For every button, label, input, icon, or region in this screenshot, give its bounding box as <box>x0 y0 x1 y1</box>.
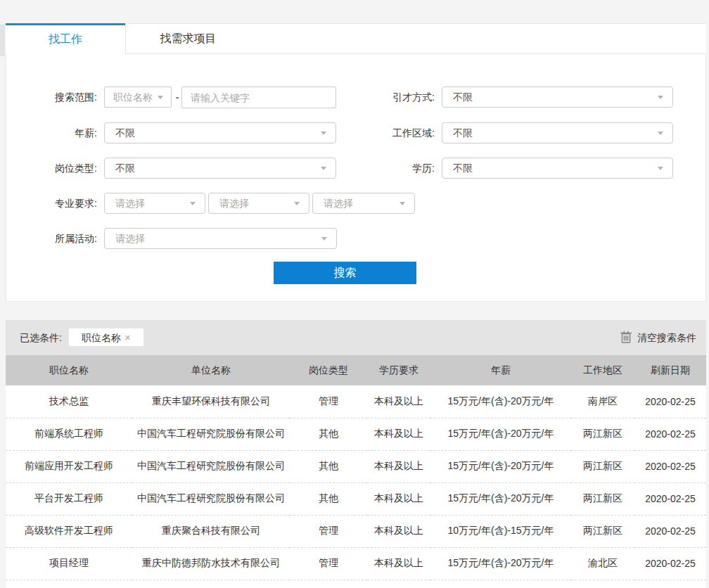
table-cell: 平台开发工程师 <box>6 482 132 515</box>
table-cell: 项目经理 <box>6 547 132 580</box>
chevron-down-icon <box>658 132 663 135</box>
table-header-cell: 刷新日期 <box>634 355 706 385</box>
table-cell: 重庆中防德邦防水技术有限公司 <box>132 547 290 580</box>
table-cell: 15万元/年(含)-20万元/年 <box>430 547 571 580</box>
major-select-2[interactable]: 请选择 <box>208 193 309 214</box>
table-row[interactable]: 项目经理重庆中防德邦防水技术有限公司管理本科及以上15万元/年(含)-20万元/… <box>6 547 706 580</box>
table-header-cell: 单位名称 <box>132 355 290 385</box>
talent-mode-label: 引才方式: <box>357 87 435 108</box>
table-cell: 2020-02-25 <box>634 450 706 482</box>
keyword-input[interactable] <box>181 87 336 108</box>
tab-find-project[interactable]: 找需求项目 <box>126 24 250 53</box>
filter-tag[interactable]: 职位名称× <box>69 328 143 346</box>
table-cell: 2020-02-25 <box>634 418 706 450</box>
post-type-label: 岗位类型: <box>20 158 97 179</box>
table-header-cell: 工作地区 <box>571 355 634 385</box>
table-cell: 2020-02-25 <box>634 547 706 580</box>
table-cell: 中国汽车工程研究院股份有限公司 <box>132 450 290 482</box>
chevron-down-icon <box>321 167 326 170</box>
table-cell: 南岸区 <box>571 385 634 418</box>
table-cell: 本科及以上 <box>367 482 430 515</box>
table-cell: 两江新区 <box>571 515 634 547</box>
results-table: 职位名称单位名称岗位类型学历要求年薪工作地区刷新日期 技术总监重庆丰望环保科技有… <box>6 355 706 580</box>
chevron-down-icon <box>321 237 327 241</box>
table-cell: 本科及以上 <box>367 385 430 418</box>
trash-icon <box>620 331 632 343</box>
table-cell: 两江新区 <box>571 450 634 482</box>
table-header-row: 职位名称单位名称岗位类型学历要求年薪工作地区刷新日期 <box>6 355 706 385</box>
major-select-1[interactable]: 请选择 <box>104 193 205 214</box>
table-cell: 高级软件开发工程师 <box>6 515 132 547</box>
table-cell: 管理 <box>290 547 367 580</box>
work-area-select[interactable]: 不限 <box>442 122 673 143</box>
separator-dash: - <box>173 87 181 108</box>
table-cell: 前端系统工程师 <box>6 418 132 450</box>
table-cell: 前端应用开发工程师 <box>6 450 132 482</box>
table-cell: 中国汽车工程研究院股份有限公司 <box>132 418 290 450</box>
tab-strip: 找需求项目 <box>125 23 706 54</box>
table-cell: 2020-02-25 <box>634 482 706 515</box>
post-type-select[interactable]: 不限 <box>104 158 336 179</box>
table-row[interactable]: 高级软件开发工程师重庆聚合科技有限公司管理本科及以上10万元/年(含)-15万元… <box>6 515 706 547</box>
selected-filters-label: 已选条件: <box>20 320 62 355</box>
results-table-wrap: 职位名称单位名称岗位类型学历要求年薪工作地区刷新日期 技术总监重庆丰望环保科技有… <box>6 355 706 588</box>
search-scope-label: 搜索范围: <box>20 87 97 108</box>
salary-label: 年薪: <box>20 122 97 143</box>
chevron-down-icon <box>294 202 300 205</box>
table-cell: 其他 <box>290 450 367 482</box>
page: 找需求项目 找工作 搜索范围: 职位名称 - 引才方式: 不限 年薪: 不限 工… <box>0 0 709 588</box>
table-cell: 其他 <box>290 418 367 450</box>
education-select[interactable]: 不限 <box>442 158 673 179</box>
major-label: 专业要求: <box>20 193 97 214</box>
chevron-down-icon <box>658 96 663 99</box>
chevron-down-icon <box>190 202 196 205</box>
table-cell: 重庆丰望环保科技有限公司 <box>132 385 290 418</box>
chevron-down-icon <box>321 132 326 135</box>
table-cell: 中国汽车工程研究院股份有限公司 <box>132 482 290 515</box>
clear-filters-button[interactable]: 清空搜索条件 <box>620 320 696 355</box>
table-cell: 其他 <box>290 482 367 515</box>
table-row[interactable]: 前端应用开发工程师中国汽车工程研究院股份有限公司其他本科及以上15万元/年(含)… <box>6 450 706 482</box>
table-header-cell: 学历要求 <box>367 355 430 385</box>
table-cell: 本科及以上 <box>367 515 430 547</box>
search-scope-select[interactable]: 职位名称 <box>104 87 172 108</box>
table-cell: 技术总监 <box>6 385 132 418</box>
tab-find-job[interactable]: 找工作 <box>6 23 125 54</box>
table-row[interactable]: 前端系统工程师中国汽车工程研究院股份有限公司其他本科及以上15万元/年(含)-2… <box>6 418 706 450</box>
table-cell: 本科及以上 <box>367 547 430 580</box>
remove-filter-icon[interactable]: × <box>121 331 131 343</box>
table-cell: 管理 <box>290 385 367 418</box>
chevron-down-icon <box>400 202 405 205</box>
table-cell: 本科及以上 <box>367 418 430 450</box>
table-row[interactable]: 平台开发工程师中国汽车工程研究院股份有限公司其他本科及以上15万元/年(含)-2… <box>6 482 706 515</box>
table-header-cell: 岗位类型 <box>290 355 367 385</box>
table-cell: 15万元/年(含)-20万元/年 <box>430 418 571 450</box>
table-cell: 重庆聚合科技有限公司 <box>132 515 290 547</box>
table-cell: 两江新区 <box>571 418 634 450</box>
table-cell: 管理 <box>290 515 367 547</box>
search-button[interactable]: 搜索 <box>274 262 416 284</box>
table-cell: 本科及以上 <box>367 450 430 482</box>
table-cell: 15万元/年(含)-20万元/年 <box>430 482 571 515</box>
table-row[interactable]: 技术总监重庆丰望环保科技有限公司管理本科及以上15万元/年(含)-20万元/年南… <box>6 385 706 418</box>
table-header-cell: 职位名称 <box>6 355 132 385</box>
salary-select[interactable]: 不限 <box>104 122 336 143</box>
major-select-3[interactable]: 请选择 <box>312 193 415 214</box>
activity-label: 所属活动: <box>20 228 97 249</box>
work-area-label: 工作区域: <box>357 122 435 143</box>
education-label: 学历: <box>357 158 435 179</box>
tab-edge-decoration <box>0 25 5 56</box>
talent-mode-select[interactable]: 不限 <box>442 87 673 108</box>
table-header-cell: 年薪 <box>430 355 571 385</box>
selected-filters-bar: 已选条件: 职位名称× 清空搜索条件 <box>6 320 706 355</box>
table-cell: 15万元/年(含)-20万元/年 <box>430 450 571 482</box>
chevron-down-icon <box>658 167 663 170</box>
table-cell: 两江新区 <box>571 482 634 515</box>
table-cell: 10万元/年(含)-15万元/年 <box>430 515 571 547</box>
table-cell: 2020-02-25 <box>634 385 706 418</box>
table-cell: 渝北区 <box>571 547 634 580</box>
table-cell: 15万元/年(含)-20万元/年 <box>430 385 571 418</box>
table-cell: 2020-02-25 <box>634 515 706 547</box>
activity-select[interactable]: 请选择 <box>104 228 337 249</box>
chevron-down-icon <box>158 96 163 99</box>
